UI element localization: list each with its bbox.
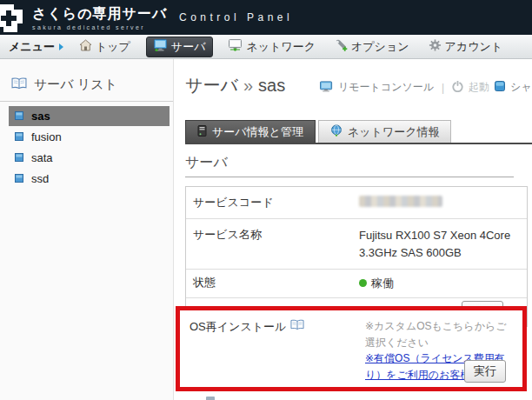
clipped-next-row-fragment bbox=[206, 397, 215, 400]
menu-item-label: オプション bbox=[351, 39, 409, 55]
sidebar: サーバ リスト sas fusion sata ssd bbox=[0, 59, 174, 400]
toolbar-divider: | bbox=[439, 82, 447, 94]
control-panel-window: さくらの専用サーバ sakura dedicated server Contro… bbox=[0, 0, 532, 400]
tab-bar: サーバ情報と管理 ネットワーク情報 bbox=[185, 120, 451, 143]
tab-network-info[interactable]: ネットワーク情報 bbox=[318, 120, 452, 143]
server-square-icon bbox=[15, 110, 23, 123]
server-list: sas fusion sata ssd bbox=[9, 106, 170, 189]
network-icon bbox=[229, 39, 243, 54]
status-running-icon bbox=[359, 279, 367, 287]
main-content: サーバ»sas リモートコンソール | 起動 シャ サーバ情報と管理 bbox=[175, 59, 532, 400]
menu-items: トップ サーバ ネットワーク オプション bbox=[76, 37, 506, 57]
server-item-label: fusion bbox=[31, 130, 62, 143]
menu-button[interactable]: メニュー bbox=[9, 39, 63, 55]
menu-item-account[interactable]: アカウント bbox=[425, 37, 507, 57]
shutdown-button[interactable]: シャ bbox=[510, 80, 532, 95]
book-icon bbox=[11, 77, 27, 92]
start-button[interactable]: 起動 bbox=[469, 80, 489, 95]
server-action-toolbar: リモートコンソール | 起動 シャ bbox=[320, 80, 532, 95]
menu-item-label: サーバ bbox=[171, 39, 206, 55]
tab-label: サーバ情報と管理 bbox=[212, 124, 303, 140]
menu-arrow-icon bbox=[59, 43, 63, 50]
row-label: 状態 bbox=[186, 270, 359, 296]
breadcrumb: サーバ»sas bbox=[185, 74, 285, 97]
gear-icon bbox=[429, 39, 442, 54]
run-os-reinstall-button[interactable]: 実行 bbox=[464, 360, 506, 383]
server-item-ssd[interactable]: ssd bbox=[9, 169, 170, 189]
home-icon bbox=[79, 39, 92, 54]
sidebar-divider bbox=[0, 101, 173, 102]
menu-item-server[interactable]: サーバ bbox=[146, 37, 214, 57]
wrench-icon bbox=[335, 39, 348, 54]
section-title: サーバ bbox=[185, 154, 228, 172]
server-item-label: sas bbox=[31, 110, 50, 123]
row-value: Fujitsu RX100 S7 Xeon 4Core 3.3GHz SAS 6… bbox=[359, 219, 521, 269]
server-square-icon bbox=[15, 151, 23, 164]
breadcrumb-current: sas bbox=[258, 76, 285, 95]
menu-item-label: ネットワーク bbox=[246, 39, 316, 55]
server-list-heading: サーバ リスト bbox=[0, 59, 173, 97]
server-tower-icon bbox=[197, 125, 207, 139]
brand-block: さくらの専用サーバ sakura dedicated server bbox=[32, 5, 167, 30]
brand-subtitle: sakura dedicated server bbox=[32, 24, 167, 30]
redacted-value bbox=[359, 196, 442, 207]
server-monitor-icon bbox=[154, 39, 168, 54]
remote-console-link[interactable]: リモートコンソール bbox=[338, 80, 434, 95]
row-label: サービス名称 bbox=[186, 219, 359, 250]
menu-item-label: アカウント bbox=[445, 39, 503, 55]
menu-item-network[interactable]: ネットワーク bbox=[225, 37, 319, 57]
server-square-icon bbox=[15, 172, 23, 185]
menu-label: メニュー bbox=[9, 39, 55, 55]
power-icon bbox=[452, 81, 463, 95]
panel-label: Control Panel bbox=[179, 11, 293, 23]
brand-title: さくらの専用サーバ bbox=[32, 5, 167, 23]
server-item-label: sata bbox=[31, 151, 53, 164]
row-label: サービスコード bbox=[186, 187, 359, 218]
menu-item-top[interactable]: トップ bbox=[76, 37, 134, 57]
server-list-title: サーバ リスト bbox=[34, 77, 117, 93]
table-row-service-code: サービスコード bbox=[186, 187, 527, 219]
breadcrumb-separator: » bbox=[238, 76, 258, 95]
table-row-service-name: サービス名称 Fujitsu RX100 S7 Xeon 4Core 3.3GH… bbox=[186, 219, 527, 270]
tab-underline bbox=[185, 143, 532, 144]
row-value: ※カスタムOSもこちらからご選択ください ※有償OS（ライセンス費用有り）をご利… bbox=[365, 310, 522, 387]
server-item-sas[interactable]: sas bbox=[9, 106, 170, 126]
server-item-fusion[interactable]: fusion bbox=[9, 127, 170, 147]
remote-console-icon bbox=[320, 81, 333, 95]
breadcrumb-section: サーバ bbox=[185, 76, 238, 95]
row-label: OS再インストール bbox=[180, 310, 365, 387]
globe-icon bbox=[330, 124, 342, 139]
app-header: さくらの専用サーバ sakura dedicated server Contro… bbox=[0, 0, 532, 35]
menu-item-option[interactable]: オプション bbox=[331, 37, 413, 57]
server-item-label: ssd bbox=[31, 172, 49, 185]
row-value bbox=[359, 187, 527, 215]
section-underline bbox=[185, 177, 514, 177]
menu-bar: メニュー トップ サーバ ネットワーク bbox=[0, 35, 532, 59]
menu-item-label: トップ bbox=[96, 39, 130, 55]
tab-server-info[interactable]: サーバ情報と管理 bbox=[185, 120, 316, 143]
help-book-icon[interactable] bbox=[290, 319, 304, 333]
sakura-logo-icon bbox=[0, 3, 24, 37]
server-square-icon bbox=[15, 130, 23, 143]
server-item-sata[interactable]: sata bbox=[9, 148, 170, 168]
status-text: 稼働 bbox=[371, 277, 394, 290]
os-reinstall-row-highlight: OS再インストール ※カスタムOSもこちらからご選択ください ※有償OS（ライセ… bbox=[176, 306, 527, 391]
row-value: 稼働 bbox=[359, 270, 527, 297]
tab-label: ネットワーク情報 bbox=[348, 124, 440, 140]
table-row-status: 状態 稼働 bbox=[186, 270, 527, 298]
shutdown-icon bbox=[495, 81, 505, 94]
os-reinstall-label: OS再インストール bbox=[190, 319, 286, 335]
custom-os-note: ※カスタムOSもこちらからご選択ください bbox=[365, 318, 515, 350]
